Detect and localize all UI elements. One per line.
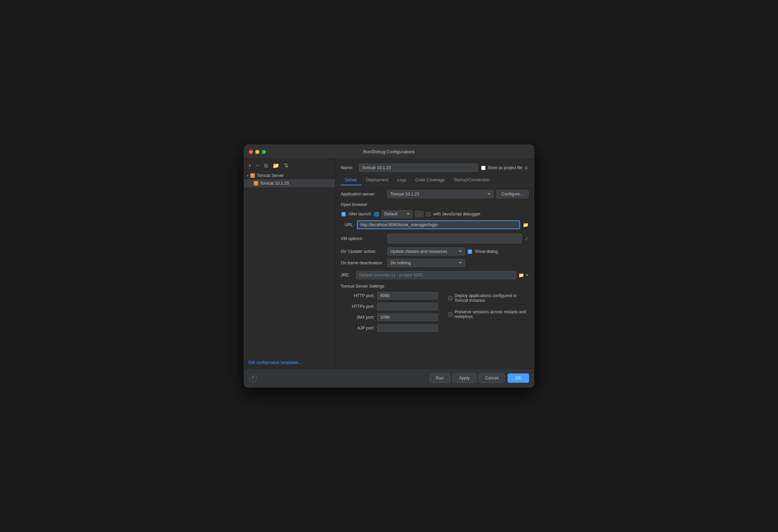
- sort-config-button[interactable]: ⇅: [283, 162, 290, 169]
- url-label: URL:: [341, 222, 354, 227]
- edit-templates-link[interactable]: Edit configuration templates...: [244, 357, 335, 368]
- https-port-label: HTTPs port:: [347, 304, 374, 309]
- jmx-port-row: JMX port:: [347, 314, 438, 321]
- tomcat-settings-section: Tomcat Server Settings HTTP port: HTTPs …: [341, 284, 528, 332]
- name-row: Name: Store as project file ⚙: [335, 159, 534, 175]
- after-launch-label: After launch: [348, 212, 371, 216]
- run-button[interactable]: Run: [430, 373, 450, 383]
- add-config-button[interactable]: +: [247, 162, 253, 169]
- on-frame-select[interactable]: Do nothing: [387, 259, 465, 267]
- deploy-apps-label: Deploy applications configured in Tomcat…: [455, 293, 528, 303]
- deploy-apps-row: Deploy applications configured in Tomcat…: [448, 292, 528, 303]
- ajp-port-row: AJP port:: [347, 324, 438, 332]
- http-port-row: HTTP port:: [347, 292, 438, 299]
- vm-options-expand-button[interactable]: ⤢: [525, 236, 528, 241]
- https-port-row: HTTPs port:: [347, 303, 438, 310]
- run-debug-dialog: Run/Debug Configurations + − ⧉ 📁 ⇅ ▾ T T…: [244, 144, 534, 388]
- tomcat-server-icon: T: [250, 173, 255, 178]
- configure-button[interactable]: Configure...: [496, 190, 528, 198]
- http-port-input[interactable]: [377, 292, 438, 299]
- on-frame-label: On frame deactivation:: [341, 261, 385, 265]
- vm-options-row: VM options: ⤢: [341, 234, 528, 243]
- maximize-button[interactable]: [262, 150, 266, 154]
- minimize-button[interactable]: [255, 150, 259, 154]
- on-update-row: On 'Update' action: Update classes and r…: [341, 247, 528, 256]
- tab-code-coverage[interactable]: Code Coverage: [411, 175, 449, 185]
- jre-input[interactable]: [356, 271, 516, 279]
- sidebar-section-label: Tomcat Server: [257, 173, 284, 178]
- jre-folder-button[interactable]: 📁: [518, 272, 524, 278]
- ajp-port-label: AJP port:: [347, 326, 374, 330]
- sidebar-item-tomcat[interactable]: T Tomcat 10.1.23: [244, 179, 335, 187]
- title-bar: Run/Debug Configurations: [244, 145, 534, 159]
- remove-config-button[interactable]: −: [255, 162, 260, 169]
- dialog-body: + − ⧉ 📁 ⇅ ▾ T Tomcat Server T Tomcat 10.…: [244, 159, 534, 368]
- tomcat-item-icon: T: [254, 181, 258, 186]
- globe-icon: 🌐: [374, 211, 379, 217]
- jre-row: JRE: 📁 ▾: [341, 271, 528, 279]
- name-label: Name:: [341, 165, 356, 170]
- apply-button[interactable]: Apply: [453, 373, 476, 383]
- ajp-port-input[interactable]: [377, 324, 438, 332]
- chevron-down-icon: ▾: [247, 174, 249, 178]
- tab-server[interactable]: Server: [341, 175, 361, 185]
- cancel-button[interactable]: Cancel: [479, 373, 505, 383]
- store-project-checkbox[interactable]: [481, 166, 486, 170]
- on-frame-deactivation-row: On frame deactivation: Do nothing: [341, 259, 528, 267]
- open-browser-section: Open browser After launch 🌐 Default ... …: [341, 202, 528, 229]
- traffic-lights: [249, 150, 266, 154]
- on-update-select[interactable]: Update classes and resources: [387, 247, 465, 256]
- tab-deployment[interactable]: Deployment: [362, 175, 393, 185]
- jmx-port-input[interactable]: [377, 314, 438, 321]
- name-input[interactable]: [359, 164, 478, 172]
- deploy-apps-checkbox[interactable]: [448, 296, 452, 300]
- gear-icon[interactable]: ⚙: [524, 165, 528, 170]
- url-input[interactable]: [357, 220, 520, 229]
- tab-logs[interactable]: Logs: [393, 175, 411, 185]
- on-update-label: On 'Update' action:: [341, 249, 385, 254]
- show-dialog-checkbox[interactable]: [468, 249, 472, 254]
- vm-options-label: VM options:: [341, 236, 385, 241]
- copy-config-button[interactable]: ⧉: [263, 162, 269, 169]
- ports-right: Deploy applications configured in Tomcat…: [448, 292, 528, 332]
- help-button[interactable]: ?: [249, 374, 257, 382]
- browser-more-button[interactable]: ...: [415, 211, 423, 217]
- footer-left: ?: [249, 374, 257, 382]
- preserve-sessions-checkbox[interactable]: [448, 312, 452, 317]
- ok-button[interactable]: OK: [508, 373, 529, 383]
- js-debugger-label: with JavaScript debugger: [433, 212, 481, 216]
- url-row: URL: 📁: [341, 220, 528, 229]
- tab-content-server: Application server: Tomcat 10.1.23 Confi…: [335, 185, 534, 368]
- tabs: Server Deployment Logs Code Coverage Sta…: [335, 175, 534, 185]
- open-browser-label: Open browser: [341, 202, 528, 207]
- app-server-label: Application server:: [341, 192, 385, 196]
- preserve-sessions-label: Preserve sessions across restarts and re…: [455, 310, 528, 319]
- jre-dropdown-button[interactable]: ▾: [526, 272, 528, 278]
- app-server-row: Application server: Tomcat 10.1.23 Confi…: [341, 190, 528, 198]
- store-project-row: Store as project file ⚙: [481, 165, 528, 170]
- tab-startup-connection[interactable]: Startup/Connection: [449, 175, 494, 185]
- jmx-port-label: JMX port:: [347, 315, 374, 320]
- footer-right: Run Apply Cancel OK: [430, 373, 529, 383]
- ports-grid: HTTP port: HTTPs port: JMX port:: [341, 292, 528, 332]
- tomcat-settings-label: Tomcat Server Settings: [341, 284, 528, 289]
- after-launch-checkbox[interactable]: [341, 212, 346, 216]
- main-panel: Name: Store as project file ⚙ Server Dep…: [335, 159, 534, 368]
- ports-left: HTTP port: HTTPs port: JMX port:: [347, 292, 438, 332]
- app-server-select[interactable]: Tomcat 10.1.23: [387, 190, 494, 198]
- sidebar: + − ⧉ 📁 ⇅ ▾ T Tomcat Server T Tomcat 10.…: [244, 159, 335, 368]
- sidebar-item-label: Tomcat 10.1.23: [260, 181, 289, 186]
- dialog-footer: ? Run Apply Cancel OK: [244, 368, 534, 387]
- js-debugger-checkbox[interactable]: [426, 212, 431, 216]
- vm-options-input[interactable]: [387, 234, 522, 243]
- close-button[interactable]: [249, 150, 253, 154]
- dialog-title: Run/Debug Configurations: [363, 149, 415, 154]
- folder-config-button[interactable]: 📁: [271, 162, 281, 169]
- browser-select[interactable]: Default: [382, 210, 412, 218]
- sidebar-section-tomcat[interactable]: ▾ T Tomcat Server: [244, 172, 335, 179]
- url-folder-button[interactable]: 📁: [523, 222, 528, 228]
- after-launch-row: After launch 🌐 Default ... with JavaScri…: [341, 210, 528, 218]
- https-port-input[interactable]: [377, 303, 438, 310]
- sidebar-toolbar: + − ⧉ 📁 ⇅: [244, 161, 335, 172]
- http-port-label: HTTP port:: [347, 293, 374, 298]
